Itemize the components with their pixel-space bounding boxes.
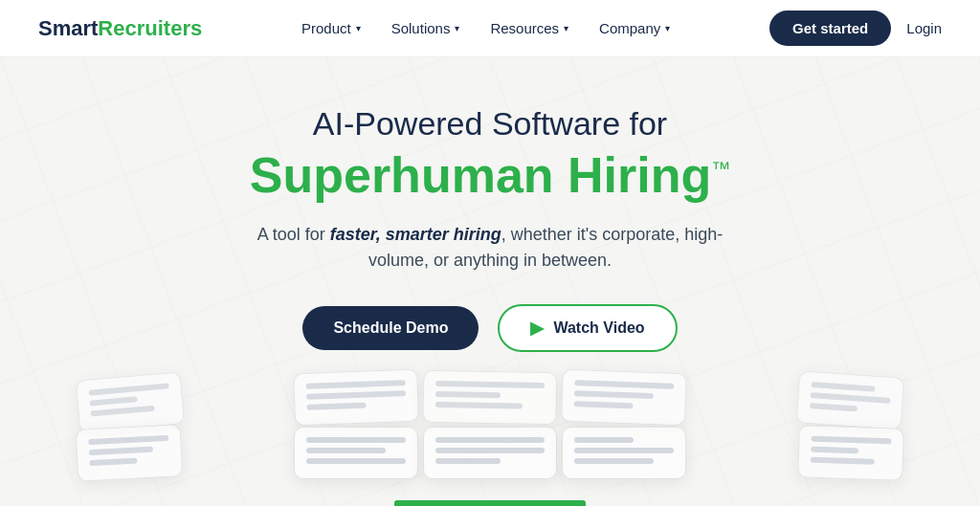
nav-item-product[interactable]: Product ▾	[301, 20, 361, 36]
nav-link-resources[interactable]: Resources ▾	[490, 20, 568, 36]
nav-links: Product ▾ Solutions ▾ Resources ▾ Compan…	[301, 20, 670, 36]
hero-description: A tool for faster, smarter hiring, wheth…	[241, 222, 739, 274]
nav-link-solutions[interactable]: Solutions ▾	[391, 20, 460, 36]
card-group-center-right	[562, 366, 686, 487]
nav-link-company[interactable]: Company ▾	[599, 20, 670, 36]
mock-card	[293, 369, 419, 427]
mock-card	[796, 370, 905, 430]
nav-item-company[interactable]: Company ▾	[599, 20, 670, 36]
card-group-left	[77, 366, 182, 487]
schedule-demo-button[interactable]: Schedule Demo	[302, 306, 479, 350]
card-group-right	[798, 366, 903, 487]
hero-section: AI-Powered Software for Superhuman Hirin…	[0, 57, 980, 352]
play-icon: ▶	[530, 318, 544, 339]
chevron-down-icon: ▾	[564, 23, 568, 33]
mock-card	[562, 427, 686, 479]
chevron-down-icon: ▾	[356, 23, 361, 33]
card-group-center	[423, 366, 557, 487]
hero-subtitle: AI-Powered Software for	[0, 105, 980, 143]
mock-card	[561, 369, 687, 427]
chevron-down-icon: ▾	[665, 23, 670, 33]
mock-card	[422, 370, 557, 425]
nav-item-resources[interactable]: Resources ▾	[490, 20, 568, 36]
logo[interactable]: SmartRecruiters	[38, 16, 202, 41]
mock-card	[76, 424, 184, 482]
hero-buttons: Schedule Demo ▶ Watch Video	[0, 304, 980, 352]
nav-link-product[interactable]: Product ▾	[301, 20, 361, 36]
watch-video-button[interactable]: ▶ Watch Video	[498, 304, 677, 352]
mock-card	[423, 427, 557, 479]
hero-title: Superhuman Hiring™	[0, 148, 980, 203]
logo-smart: Smart	[38, 16, 98, 41]
card-group-center-left	[294, 366, 418, 487]
chevron-down-icon: ▾	[455, 23, 459, 33]
nav-actions: Get started Login	[769, 11, 942, 46]
get-started-button[interactable]: Get started	[769, 11, 891, 46]
mock-card	[294, 427, 418, 479]
mock-card	[797, 425, 904, 481]
nav-item-solutions[interactable]: Solutions ▾	[391, 20, 460, 36]
login-button[interactable]: Login	[906, 20, 942, 36]
navbar: SmartRecruiters Product ▾ Solutions ▾ Re…	[0, 0, 980, 57]
green-bottom-bar	[394, 500, 586, 506]
logo-recruiters: Recruiters	[98, 16, 202, 41]
